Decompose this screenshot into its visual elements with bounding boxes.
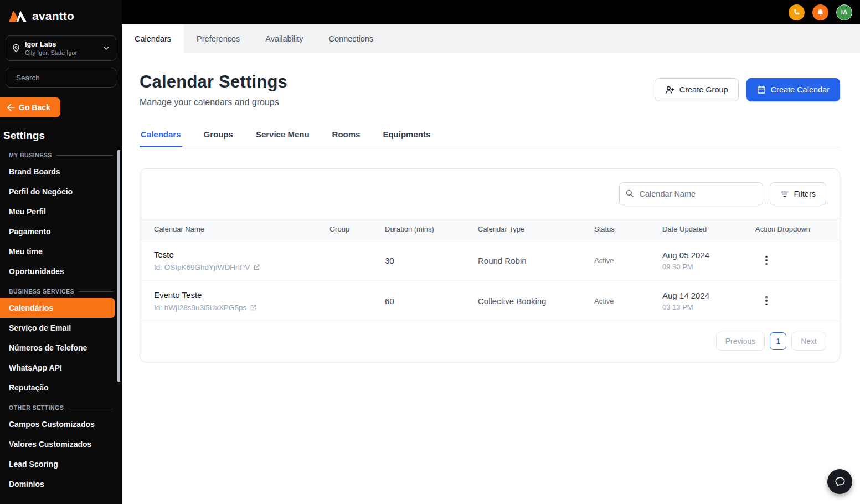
main-tabstrip: Calendars Preferences Availability Conne… — [122, 24, 860, 53]
section-divider — [79, 291, 113, 292]
previous-page-button[interactable]: Previous — [716, 332, 765, 351]
tab-label: Preferences — [197, 34, 240, 43]
calendar-name-search-input[interactable] — [619, 182, 763, 205]
map-pin-icon — [12, 44, 20, 53]
create-group-button[interactable]: Create Group — [655, 78, 739, 101]
sidebar-item-label: Dominios — [9, 480, 44, 488]
column-status: Status — [594, 225, 662, 233]
section-label: MY BUSINESS — [9, 152, 52, 158]
column-date-updated: Date Updated — [662, 225, 755, 233]
sidebar-search-input[interactable] — [16, 74, 114, 82]
arrow-left-icon — [7, 104, 15, 111]
phone-button[interactable] — [789, 4, 805, 20]
sidebar-item-pagamento[interactable]: Pagamento — [0, 222, 122, 241]
app-root: avantto Igor Labs City Igor, State Igor — [0, 0, 860, 504]
table-row: Evento Teste Id: hWjI28s9u3i5UxXPG5ps 60 — [140, 281, 840, 321]
subtab-service-menu[interactable]: Service Menu — [255, 130, 311, 147]
row-actions-menu-button[interactable] — [759, 293, 774, 308]
page-content: Calendar Settings Manage your calendars … — [122, 53, 860, 504]
tab-preferences[interactable]: Preferences — [184, 24, 253, 53]
settings-title: Settings — [3, 130, 122, 142]
subtab-groups[interactable]: Groups — [203, 130, 234, 147]
sidebar-item-oportunidades[interactable]: Oportunidades — [0, 261, 122, 281]
subtab-rooms[interactable]: Rooms — [331, 130, 362, 147]
tab-availability[interactable]: Availability — [253, 24, 316, 53]
subtab-label: Rooms — [332, 130, 361, 139]
subtab-equipments[interactable]: Equipments — [382, 130, 431, 147]
calendar-icon — [757, 85, 766, 94]
sidebar-item-dominios[interactable]: Dominios — [0, 474, 122, 494]
sidebar-item-label: Pagamento — [9, 227, 50, 236]
external-link-icon[interactable] — [253, 264, 260, 271]
page-actions: Create Group Create Calendar — [655, 78, 840, 101]
create-calendar-label: Create Calendar — [771, 85, 830, 94]
sidebar-scrollbar[interactable] — [117, 150, 120, 382]
section-divider — [68, 408, 113, 408]
sidebar-item-meu-time[interactable]: Meu time — [0, 241, 122, 261]
notifications-button[interactable] — [812, 4, 828, 20]
sidebar-item-label: WhatsApp API — [9, 363, 62, 372]
calendar-name: Teste — [154, 250, 329, 259]
sidebar-item-label: Serviço de Email — [9, 323, 71, 332]
sidebar-item-perfil-do-negocio[interactable]: Perfil do Negócio — [0, 182, 122, 202]
table-row: Teste Id: OSfpK69GhdYjfWDHrIPV 30 Rou — [140, 240, 840, 281]
cell-date-updated: Aug 05 2024 09 30 PM — [662, 250, 755, 271]
sidebar-item-label: Oportunidades — [9, 267, 64, 276]
calendar-id: Id: OSfpK69GhdYjfWDHrIPV — [154, 263, 329, 271]
sidebar-item-servico-de-email[interactable]: Serviço de Email — [0, 318, 122, 338]
chat-launcher-button[interactable] — [827, 469, 852, 494]
cell-action — [755, 253, 840, 268]
tab-connections[interactable]: Connections — [316, 24, 387, 53]
table-header: Calendar Name Group Duration (mins) Cale… — [140, 218, 840, 240]
column-duration: Duration (mins) — [385, 225, 478, 233]
column-action-dropdown: Action Dropdown — [755, 225, 840, 233]
user-avatar[interactable]: IA — [836, 4, 852, 20]
filters-button[interactable]: Filters — [770, 182, 826, 205]
time-updated: 03 13 PM — [662, 303, 755, 311]
row-actions-menu-button[interactable] — [759, 253, 774, 268]
subtab-label: Groups — [204, 130, 233, 139]
subtab-calendars[interactable]: Calendars — [140, 130, 182, 147]
sidebar-item-label: Lead Scoring — [9, 460, 58, 469]
sidebar-item-label: Números de Telefone — [9, 343, 87, 352]
filters-label: Filters — [794, 189, 816, 198]
go-back-label: Go Back — [19, 103, 50, 112]
cell-status: Active — [594, 297, 662, 305]
user-plus-icon — [665, 85, 674, 94]
sidebar-item-whatsapp-api[interactable]: WhatsApp API — [0, 358, 122, 378]
page-number-button[interactable]: 1 — [770, 332, 786, 350]
sidebar-item-calendarios[interactable]: Calendários — [0, 298, 115, 318]
sidebar-nav: MY BUSINESS Brand Boards Perfil do Negóc… — [0, 145, 122, 500]
filter-icon — [780, 190, 789, 198]
calendar-id-text: Id: OSfpK69GhdYjfWDHrIPV — [154, 263, 250, 271]
location-selector[interactable]: Igor Labs City Igor, State Igor — [6, 35, 116, 61]
brand-logo[interactable]: avantto — [0, 0, 122, 31]
bell-icon — [816, 8, 825, 17]
sidebar-item-lead-scoring[interactable]: Lead Scoring — [0, 454, 122, 474]
sidebar-item-label: Brand Boards — [9, 167, 60, 176]
page-title: Calendar Settings — [140, 72, 287, 92]
sidebar-item-label: Reputação — [9, 383, 49, 392]
sidebar-item-campos-customizados[interactable]: Campos Customizados — [0, 414, 122, 434]
section-my-business: MY BUSINESS — [0, 145, 122, 162]
tab-calendars[interactable]: Calendars — [122, 24, 184, 53]
create-calendar-button[interactable]: Create Calendar — [746, 78, 840, 101]
time-updated: 09 30 PM — [662, 263, 755, 271]
column-calendar-name: Calendar Name — [140, 225, 329, 233]
sidebar-item-label: Valores Customizados — [9, 440, 91, 449]
go-back-button[interactable]: Go Back — [0, 97, 60, 117]
sidebar-item-brand-boards[interactable]: Brand Boards — [0, 162, 122, 182]
sidebar-item-valores-customizados[interactable]: Valores Customizados — [0, 434, 122, 454]
external-link-icon[interactable] — [250, 304, 257, 311]
sidebar-item-label: Calendários — [9, 304, 53, 312]
sidebar-item-meu-perfil[interactable]: Meu Perfil — [0, 202, 122, 222]
sidebar-item-numeros-de-telefone[interactable]: Números de Telefone — [0, 338, 122, 358]
create-group-label: Create Group — [679, 85, 728, 94]
next-page-button[interactable]: Next — [791, 332, 826, 351]
location-name: Igor Labs — [25, 40, 98, 48]
subtab-label: Calendars — [141, 130, 181, 139]
tab-label: Connections — [329, 34, 374, 43]
section-label: BUSINESS SERVICES — [9, 288, 74, 295]
sidebar-item-reputacao[interactable]: Reputação — [0, 378, 122, 398]
section-business-services: BUSINESS SERVICES — [0, 281, 122, 298]
